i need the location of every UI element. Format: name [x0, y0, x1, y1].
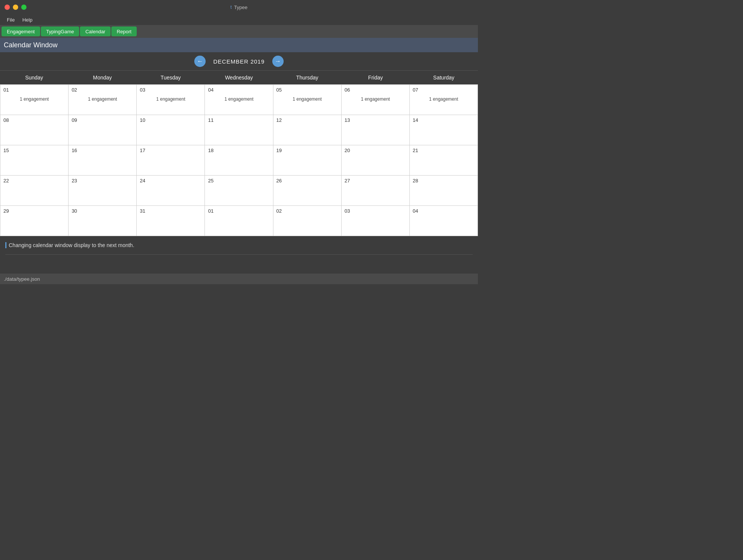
cell-date: 20: [345, 148, 406, 153]
tab-calendar[interactable]: Calendar: [80, 26, 111, 36]
calendar-cell[interactable]: 08: [0, 115, 69, 145]
cell-date: 30: [72, 208, 133, 214]
cell-engagement: 1 engagement: [3, 96, 65, 102]
calendar-cell[interactable]: 18: [205, 145, 273, 176]
day-header-saturday: Saturday: [410, 71, 478, 84]
calendar-nav: ← DECEMBER 2019 →: [0, 52, 478, 70]
cell-date: 04: [208, 87, 270, 93]
cell-date: 22: [3, 178, 65, 184]
calendar-cell[interactable]: 031 engagement: [137, 85, 205, 115]
calendar-cell[interactable]: 041 engagement: [205, 85, 273, 115]
calendar-cell[interactable]: 021 engagement: [69, 85, 137, 115]
cell-date: 21: [413, 148, 475, 153]
calendar-cell[interactable]: 09: [69, 115, 137, 145]
calendar-cell[interactable]: 19: [273, 145, 342, 176]
cell-date: 12: [276, 117, 338, 123]
menu-file[interactable]: File: [4, 16, 18, 23]
next-month-button[interactable]: →: [272, 56, 284, 67]
cell-engagement: 1 engagement: [276, 96, 338, 102]
month-label: DECEMBER 2019: [213, 58, 265, 65]
calendar-grid: 011 engagement021 engagement031 engageme…: [0, 84, 478, 236]
cell-date: 27: [345, 178, 406, 184]
page-title-bar: Calendar Window: [0, 38, 478, 52]
cell-date: 28: [413, 178, 475, 184]
day-header-monday: Monday: [68, 71, 136, 84]
cell-date: 29: [3, 208, 65, 214]
status-bar: ./data/typee.json: [0, 274, 478, 284]
calendar-cell[interactable]: 29: [0, 206, 69, 236]
calendar-cell[interactable]: 13: [342, 115, 410, 145]
calendar-cell[interactable]: 03: [342, 206, 410, 236]
status-bar-text: ./data/typee.json: [4, 276, 40, 282]
cell-date: 01: [3, 87, 65, 93]
menu-help[interactable]: Help: [19, 16, 36, 23]
calendar-cell[interactable]: 21: [410, 145, 478, 176]
calendar-cell[interactable]: 051 engagement: [273, 85, 342, 115]
calendar-cell[interactable]: 30: [69, 206, 137, 236]
command-input[interactable]: [5, 260, 473, 266]
tab-engagement[interactable]: Engagement: [2, 26, 40, 36]
cell-date: 05: [276, 87, 338, 93]
calendar-cell[interactable]: 26: [273, 176, 342, 206]
calendar-cell[interactable]: 071 engagement: [410, 85, 478, 115]
close-button[interactable]: [5, 5, 10, 10]
calendar-cell[interactable]: 31: [137, 206, 205, 236]
calendar-cell[interactable]: 24: [137, 176, 205, 206]
window-controls: [5, 5, 27, 10]
cell-date: 01: [208, 208, 270, 214]
day-header-thursday: Thursday: [273, 71, 341, 84]
calendar-cell[interactable]: 17: [137, 145, 205, 176]
calendar-cell[interactable]: 011 engagement: [0, 85, 69, 115]
calendar-container: Sunday Monday Tuesday Wednesday Thursday…: [0, 70, 478, 236]
title-bar: t Typee: [0, 0, 478, 14]
cell-date: 10: [140, 117, 201, 123]
cell-date: 25: [208, 178, 270, 184]
calendar-cell[interactable]: 04: [410, 206, 478, 236]
calendar-cell[interactable]: 23: [69, 176, 137, 206]
cell-engagement: 1 engagement: [413, 96, 475, 102]
prev-month-button[interactable]: ←: [194, 56, 206, 67]
cell-date: 16: [72, 148, 133, 153]
cell-date: 03: [345, 208, 406, 214]
cell-date: 26: [276, 178, 338, 184]
app-icon: t: [231, 5, 232, 10]
cell-date: 08: [3, 117, 65, 123]
app-title: Typee: [234, 5, 247, 10]
cell-engagement: 1 engagement: [72, 96, 133, 102]
day-header-sunday: Sunday: [0, 71, 68, 84]
cell-date: 09: [72, 117, 133, 123]
cell-date: 23: [72, 178, 133, 184]
bottom-section: Changing calendar window display to the …: [0, 236, 478, 271]
cell-date: 31: [140, 208, 201, 214]
title-bar-text: t Typee: [231, 5, 248, 10]
calendar-cell[interactable]: 02: [273, 206, 342, 236]
nav-tabs: Engagement TypingGame Calendar Report: [0, 25, 478, 38]
calendar-cell[interactable]: 27: [342, 176, 410, 206]
cell-date: 14: [413, 117, 475, 123]
cell-engagement: 1 engagement: [345, 96, 406, 102]
day-header-wednesday: Wednesday: [205, 71, 273, 84]
calendar-cell[interactable]: 11: [205, 115, 273, 145]
minimize-button[interactable]: [13, 5, 18, 10]
calendar-cell[interactable]: 16: [69, 145, 137, 176]
calendar-cell[interactable]: 22: [0, 176, 69, 206]
calendar-cell[interactable]: 28: [410, 176, 478, 206]
calendar-cell[interactable]: 01: [205, 206, 273, 236]
calendar-cell[interactable]: 15: [0, 145, 69, 176]
calendar-cell[interactable]: 12: [273, 115, 342, 145]
tab-report[interactable]: Report: [111, 26, 137, 36]
command-input-area: [5, 258, 473, 268]
cell-date: 15: [3, 148, 65, 153]
calendar-cell[interactable]: 061 engagement: [342, 85, 410, 115]
tab-typing-game[interactable]: TypingGame: [41, 26, 80, 36]
day-header-friday: Friday: [341, 71, 409, 84]
calendar-cell[interactable]: 10: [137, 115, 205, 145]
cell-date: 17: [140, 148, 201, 153]
calendar-cell[interactable]: 25: [205, 176, 273, 206]
menu-bar: File Help: [0, 14, 478, 25]
calendar-cell[interactable]: 14: [410, 115, 478, 145]
cell-date: 07: [413, 87, 475, 93]
calendar-cell[interactable]: 20: [342, 145, 410, 176]
cell-date: 02: [72, 87, 133, 93]
maximize-button[interactable]: [21, 5, 27, 10]
